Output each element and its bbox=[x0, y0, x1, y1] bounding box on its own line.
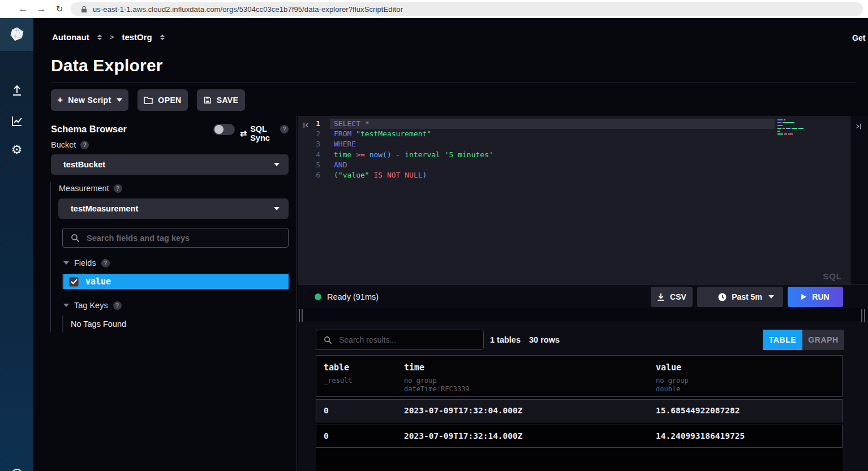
expand-right-icon[interactable] bbox=[855, 122, 862, 132]
code-text: WHERE bbox=[327, 139, 356, 149]
editor-minimap[interactable] bbox=[777, 119, 803, 136]
code-text: time >= now() - interval '5 minutes' bbox=[327, 150, 493, 160]
new-script-button[interactable]: + New Script bbox=[51, 89, 128, 111]
line-number: 1 bbox=[298, 119, 327, 129]
browser-reload-icon[interactable]: ↻ bbox=[52, 2, 67, 16]
lock-icon bbox=[81, 6, 87, 13]
table-row[interactable]: 02023-07-09T17:32:14.000Z14.240993186419… bbox=[316, 425, 843, 448]
table-cell: 14.240993186419725 bbox=[656, 425, 745, 447]
code-text: AND bbox=[327, 160, 347, 170]
tag-keys-label: Tag Keys bbox=[74, 301, 108, 310]
panel-divider[interactable] bbox=[297, 116, 297, 471]
breadcrumb: Autonaut > testOrg bbox=[52, 32, 165, 42]
sql-sync-toggle[interactable] bbox=[213, 124, 235, 135]
tree-indent-line bbox=[50, 182, 51, 332]
search-icon bbox=[324, 336, 332, 344]
page-title: Data Explorer bbox=[51, 56, 163, 75]
field-checkbox[interactable] bbox=[69, 277, 79, 287]
fields-section-row: Fields ? bbox=[63, 258, 110, 267]
results-panel: 1 tables 30 rows TABLE GRAPH table_resul… bbox=[298, 322, 868, 471]
fields-expander-icon[interactable] bbox=[63, 261, 69, 265]
url-text: us-east-1-1.aws.cloud2.influxdata.com/or… bbox=[93, 5, 403, 14]
schema-search bbox=[62, 228, 289, 248]
field-item-label: value bbox=[85, 276, 111, 287]
plus-icon: + bbox=[57, 95, 63, 105]
browser-chrome: ← → ↻ us-east-1-1.aws.cloud2.influxdata.… bbox=[0, 0, 868, 18]
results-search bbox=[316, 330, 484, 350]
settings-icon[interactable]: ⚙ bbox=[0, 143, 33, 157]
table-cell: 2023-07-09T17:32:14.000Z bbox=[404, 425, 523, 447]
run-query-button[interactable]: RUN bbox=[788, 287, 843, 307]
nav-sidebar: ⚙ ? bbox=[0, 18, 33, 471]
bucket-dropdown[interactable]: testBucket bbox=[51, 154, 289, 175]
sql-editor[interactable]: 1SELECT *2FROM "testMeasurement"3WHERE4t… bbox=[298, 116, 850, 284]
sql-sync-icon: ⇄ bbox=[240, 129, 247, 138]
sql-sync-help-icon[interactable]: ? bbox=[280, 125, 289, 133]
tag-keys-help-icon[interactable]: ? bbox=[113, 301, 122, 310]
table-cell: 15.68544922087282 bbox=[656, 400, 740, 422]
schema-search-input[interactable] bbox=[87, 234, 288, 243]
save-script-button[interactable]: SAVE bbox=[197, 89, 245, 111]
field-item-value[interactable]: value bbox=[63, 274, 289, 289]
browser-forward-icon[interactable]: → bbox=[34, 2, 49, 16]
table-cell: 0 bbox=[324, 400, 329, 422]
play-icon bbox=[801, 294, 806, 300]
chevron-down-icon bbox=[768, 295, 774, 299]
search-icon bbox=[71, 234, 80, 243]
measurement-help-icon[interactable]: ? bbox=[114, 184, 122, 193]
help-icon[interactable]: ? bbox=[0, 469, 33, 471]
left-drag-handle[interactable] bbox=[299, 309, 303, 323]
measurement-label: Measurement ? bbox=[59, 184, 122, 193]
code-text: ("value" IS NOT NULL) bbox=[327, 170, 427, 180]
clock-icon bbox=[718, 293, 727, 301]
load-data-icon[interactable] bbox=[0, 84, 33, 100]
code-line[interactable]: 5AND bbox=[298, 160, 784, 170]
code-line[interactable]: 6("value" IS NOT NULL) bbox=[298, 170, 784, 180]
save-icon bbox=[204, 96, 212, 104]
code-line[interactable]: 1SELECT * bbox=[298, 119, 784, 129]
measurement-dropdown[interactable]: testMeasurement bbox=[58, 198, 289, 219]
open-script-button[interactable]: OPEN bbox=[137, 89, 188, 111]
line-number: 5 bbox=[298, 160, 327, 170]
bucket-label: Bucket ? bbox=[51, 140, 89, 149]
right-collapsed-panel bbox=[850, 116, 868, 284]
code-text: SELECT * bbox=[327, 119, 369, 129]
table-cell: 2023-07-09T17:32:04.000Z bbox=[404, 400, 523, 422]
browser-back-icon[interactable]: ← bbox=[16, 2, 31, 16]
tab-table[interactable]: TABLE bbox=[763, 330, 802, 350]
column-header: timeno groupdateTime:RFC3339 bbox=[404, 362, 470, 394]
status-dot bbox=[315, 293, 321, 300]
tab-graph[interactable]: GRAPH bbox=[802, 330, 844, 350]
tag-keys-expander-icon[interactable] bbox=[63, 304, 69, 307]
project-switcher-icon[interactable] bbox=[160, 34, 165, 40]
line-number: 3 bbox=[298, 139, 327, 149]
url-bar[interactable]: us-east-1-1.aws.cloud2.influxdata.com/or… bbox=[71, 2, 863, 16]
csv-download-button[interactable]: CSV bbox=[651, 287, 693, 307]
no-tags-message: No Tags Found bbox=[71, 319, 126, 329]
chevron-down-icon bbox=[117, 98, 122, 102]
code-line[interactable]: 3WHERE bbox=[298, 139, 784, 149]
breadcrumb-org[interactable]: Autonaut bbox=[52, 32, 89, 42]
get-started-link[interactable]: Get bbox=[852, 33, 865, 42]
tag-keys-section-row: Tag Keys ? bbox=[63, 301, 122, 310]
data-explorer-icon[interactable] bbox=[0, 114, 33, 130]
chevron-down-icon bbox=[274, 207, 280, 210]
title-divider bbox=[51, 82, 857, 83]
code-line[interactable]: 4time >= now() - interval '5 minutes' bbox=[298, 150, 784, 160]
time-range-dropdown[interactable]: Past 5m bbox=[697, 287, 783, 307]
download-icon bbox=[657, 293, 665, 301]
right-drag-handle[interactable] bbox=[861, 309, 865, 323]
fields-help-icon[interactable]: ? bbox=[101, 259, 110, 267]
code-line[interactable]: 2FROM "testMeasurement" bbox=[298, 129, 784, 139]
schema-browser-title: Schema Browser bbox=[51, 124, 127, 135]
chevron-down-icon bbox=[274, 163, 280, 166]
breadcrumb-project[interactable]: testOrg bbox=[122, 32, 152, 42]
influxdb-logo[interactable] bbox=[0, 18, 33, 51]
folder-icon bbox=[144, 96, 153, 104]
status-text: Ready (91ms) bbox=[327, 285, 379, 309]
results-search-input[interactable] bbox=[339, 335, 483, 344]
bucket-help-icon[interactable]: ? bbox=[80, 141, 89, 149]
org-switcher-icon[interactable] bbox=[97, 34, 102, 40]
schema-browser-header: Schema Browser ⇄ SQL Sync ? bbox=[51, 124, 289, 136]
table-row[interactable]: 02023-07-09T17:32:04.000Z15.685449220872… bbox=[316, 399, 843, 422]
